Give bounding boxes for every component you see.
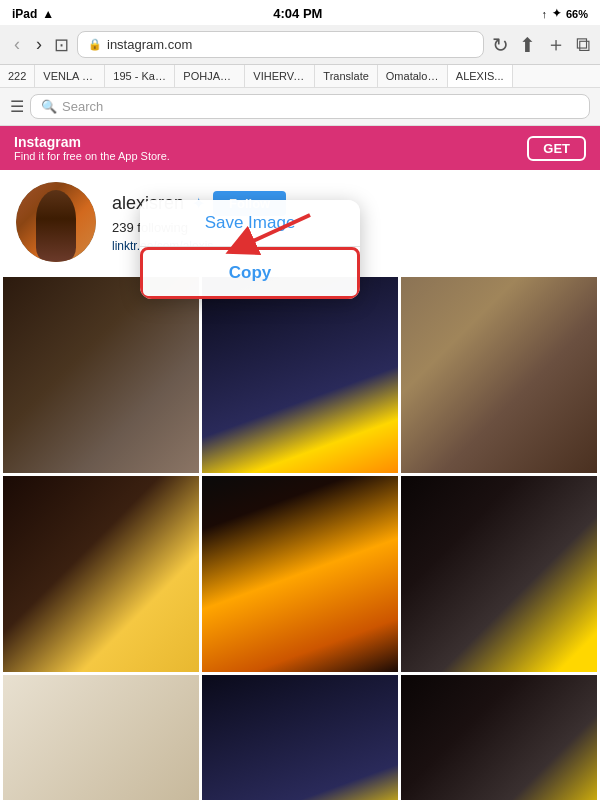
- tab-3[interactable]: POHJANM...: [175, 65, 245, 87]
- new-tab-button[interactable]: ＋: [546, 31, 566, 58]
- lock-icon: 🔒: [88, 38, 102, 51]
- avatar-image: [16, 182, 96, 262]
- tab-6[interactable]: Omatalo 2...: [378, 65, 448, 87]
- photo-8[interactable]: [202, 675, 398, 800]
- copy-option[interactable]: Copy: [140, 247, 360, 299]
- device-label: iPad: [12, 7, 37, 21]
- banner-text: Instagram Find it for free on the App St…: [14, 134, 170, 162]
- tabs-row: 222 VENLA 18... 195 - Kann... POHJANM...…: [0, 65, 600, 88]
- search-row: ☰ 🔍 Search: [0, 88, 600, 126]
- photo-grid: [0, 274, 600, 800]
- tab-1[interactable]: VENLA 18...: [35, 65, 105, 87]
- browser-toolbar: ‹ › ⊡ 🔒 instagram.com ↻ ⬆ ＋ ⧉: [0, 25, 600, 65]
- back-button[interactable]: ‹: [10, 32, 24, 57]
- photo-3[interactable]: [401, 277, 597, 473]
- context-menu: Save Image Copy: [140, 200, 360, 299]
- profile-section: alexisren ✦ Follow 239 following linktr.…: [0, 170, 600, 274]
- banner-title: Instagram: [14, 134, 170, 150]
- photo-2[interactable]: [202, 277, 398, 473]
- status-bar: iPad ▲ 4:04 PM ↑ ✦ 66%: [0, 0, 600, 25]
- bluetooth-icon: ✦: [552, 7, 561, 20]
- photo-6[interactable]: [401, 476, 597, 672]
- search-icon: 🔍: [41, 99, 57, 114]
- wifi-icon: ▲: [42, 7, 54, 21]
- photo-1[interactable]: [3, 277, 199, 473]
- instagram-app-banner: Instagram Find it for free on the App St…: [0, 126, 600, 170]
- tab-4[interactable]: VIHERVAA...: [245, 65, 315, 87]
- reload-button[interactable]: ↻: [492, 33, 509, 57]
- get-app-button[interactable]: GET: [527, 136, 586, 161]
- tab-2[interactable]: 195 - Kann...: [105, 65, 175, 87]
- bookmark-button[interactable]: ⊡: [54, 34, 69, 56]
- hamburger-icon[interactable]: ☰: [10, 97, 24, 116]
- status-left: iPad ▲: [12, 7, 54, 21]
- toolbar-actions: ↻ ⬆ ＋ ⧉: [492, 31, 590, 58]
- tabs-button[interactable]: ⧉: [576, 33, 590, 56]
- tab-5[interactable]: Translate: [315, 65, 377, 87]
- photo-5[interactable]: [202, 476, 398, 672]
- status-time: 4:04 PM: [273, 6, 322, 21]
- photo-9[interactable]: [401, 675, 597, 800]
- search-box[interactable]: 🔍 Search: [30, 94, 590, 119]
- tab-0[interactable]: 222: [0, 65, 35, 87]
- url-text: instagram.com: [107, 37, 192, 52]
- tab-7[interactable]: ALEXIS...: [448, 65, 513, 87]
- photo-7[interactable]: [3, 675, 199, 800]
- forward-button[interactable]: ›: [32, 32, 46, 57]
- save-image-option[interactable]: Save Image: [140, 200, 360, 247]
- status-right: ↑ ✦ 66%: [541, 7, 588, 20]
- search-placeholder: Search: [62, 99, 103, 114]
- photo-4[interactable]: [3, 476, 199, 672]
- share-button[interactable]: ⬆: [519, 33, 536, 57]
- banner-subtitle: Find it for free on the App Store.: [14, 150, 170, 162]
- arrow-up-icon: ↑: [541, 8, 547, 20]
- battery-label: 66%: [566, 8, 588, 20]
- avatar: [16, 182, 96, 262]
- address-bar[interactable]: 🔒 instagram.com: [77, 31, 484, 58]
